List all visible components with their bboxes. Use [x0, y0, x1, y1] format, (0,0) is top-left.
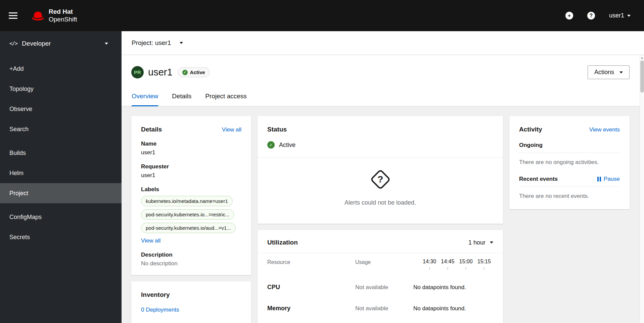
- description-value: No description: [141, 260, 241, 267]
- time-label: 15:15: [477, 259, 491, 265]
- label-chip[interactable]: pod-security.kubernetes.io...=restric...: [141, 209, 234, 220]
- resource-datapoints: No datapoints found.: [413, 291, 493, 312]
- sidebar-item-topology[interactable]: Topology: [0, 79, 122, 99]
- recent-events-empty-text: There are no recent events.: [519, 193, 620, 200]
- sidebar-item-label: Search: [9, 126, 29, 133]
- details-card: Details View all Name user1 Requester us…: [131, 116, 251, 275]
- nav-list: +Add Topology Observe Search Builds Helm…: [0, 56, 122, 247]
- scroll-up-icon[interactable]: ▲: [640, 55, 644, 59]
- time-tick: 14:30: [420, 253, 439, 270]
- menu-icon[interactable]: [9, 12, 17, 19]
- duration-value: 1 hour: [468, 239, 486, 246]
- view-events-link[interactable]: View events: [589, 126, 620, 133]
- sidebar-item-search[interactable]: Search: [0, 119, 122, 139]
- sidebar-item-add[interactable]: +Add: [0, 59, 122, 79]
- time-label: 14:45: [441, 259, 454, 265]
- sidebar-item-label: Topology: [9, 86, 34, 93]
- sidebar-item-label: Secrets: [9, 234, 30, 241]
- ongoing-label: Ongoing: [519, 142, 620, 149]
- sidebar-nav: </> Developer +Add Topology Observe Sear…: [0, 31, 122, 323]
- time-tick: 14:45: [439, 253, 457, 270]
- details-view-all-link[interactable]: View all: [222, 126, 241, 133]
- page-scroll-area: PR user1 ✓ Active Actions Overview: [122, 55, 644, 323]
- right-column: Activity View events Ongoing There are n…: [509, 116, 630, 209]
- label-chip[interactable]: kubernetes.io/metadata.name=user1: [141, 196, 233, 206]
- sidebar-item-label: +Add: [9, 65, 24, 72]
- help-icon[interactable]: ?: [587, 12, 595, 19]
- brand-line-1: Red Hat: [49, 8, 77, 15]
- sidebar-item-builds[interactable]: Builds: [0, 143, 122, 163]
- page-header: PR user1 ✓ Active Actions Overview: [122, 55, 644, 106]
- name-label: Name: [141, 141, 241, 147]
- tick-mark: [448, 267, 448, 270]
- left-column: Details View all Name user1 Requester us…: [131, 116, 251, 323]
- actions-button-label: Actions: [594, 69, 614, 76]
- sidebar-item-label: Observe: [9, 106, 32, 113]
- activity-card-title: Activity: [519, 126, 542, 133]
- status-card: Status ✓ Active ?: [258, 116, 503, 224]
- time-tick: 15:15: [475, 253, 493, 270]
- resource-name: Memory: [267, 291, 355, 312]
- sidebar-item-secrets[interactable]: Secrets: [0, 227, 122, 247]
- time-label: 14:30: [423, 259, 436, 265]
- sidebar-item-label: Builds: [9, 150, 26, 157]
- main-area: Project: user1 PR user1 ✓ Active Actions: [122, 31, 644, 323]
- unknown-state-icon: ?: [370, 169, 390, 190]
- sidebar-item-label: Helm: [9, 170, 24, 177]
- requester-value: user1: [141, 172, 241, 179]
- sidebar-item-observe[interactable]: Observe: [0, 99, 122, 119]
- inventory-card: Inventory 0 Deployments: [131, 281, 251, 323]
- code-icon: </>: [9, 41, 17, 47]
- col-usage: Usage: [355, 253, 420, 265]
- redhat-hat-icon: [31, 10, 45, 21]
- utilization-card: Utilization 1 hour Resource Usage 14:30: [258, 230, 503, 323]
- tab-project-access[interactable]: Project access: [205, 93, 247, 106]
- resource-name: CPU: [267, 270, 355, 291]
- pause-events-button[interactable]: Pause: [597, 176, 620, 182]
- deployments-link[interactable]: 0 Deployments: [141, 307, 179, 313]
- sidebar-item-project[interactable]: Project: [0, 183, 122, 203]
- sidebar-item-helm[interactable]: Helm: [0, 163, 122, 183]
- chevron-down-icon: [105, 43, 108, 45]
- sidebar-item-configmaps[interactable]: ConfigMaps: [0, 207, 122, 227]
- duration-dropdown[interactable]: 1 hour: [468, 239, 493, 246]
- details-card-title: Details: [141, 126, 162, 133]
- actions-button[interactable]: Actions: [588, 65, 630, 79]
- label-chip[interactable]: pod-security.kubernetes.io/aud...=v1...: [141, 223, 236, 233]
- status-badge: ✓ Active: [178, 67, 210, 77]
- scrollbar[interactable]: ▲: [640, 55, 644, 323]
- masthead: Red Hat OpenShift + ? user1: [0, 0, 644, 31]
- perspective-switcher[interactable]: </> Developer: [0, 31, 122, 56]
- tab-details[interactable]: Details: [172, 93, 191, 106]
- add-circle-icon[interactable]: +: [565, 12, 573, 19]
- resource-usage: Not available: [355, 291, 420, 312]
- user-menu[interactable]: user1: [609, 12, 631, 19]
- check-circle-icon: ✓: [267, 141, 275, 149]
- divider: [519, 186, 620, 187]
- overview-dashboard: Details View all Name user1 Requester us…: [122, 106, 644, 323]
- project-selector-label: Project: user1: [132, 39, 171, 47]
- pause-icon: [597, 177, 601, 181]
- resource-usage: Not available: [355, 270, 420, 291]
- alerts-empty-state: ? Alerts could not be loaded.: [267, 158, 493, 206]
- divider: [519, 153, 620, 153]
- question-glyph: ?: [377, 174, 383, 185]
- unknown-state-icon-wrap: ?: [373, 168, 388, 191]
- utilization-table: Resource Usage 14:30 14:45 15:00 15:15 C…: [258, 253, 503, 312]
- tab-overview[interactable]: Overview: [132, 93, 158, 106]
- nav-section-gap: [0, 203, 122, 207]
- labels-label: Labels: [141, 186, 241, 193]
- time-tick: 15:00: [457, 253, 475, 270]
- activity-card: Activity View events Ongoing There are n…: [509, 116, 630, 209]
- project-resource-icon: PR: [131, 66, 144, 78]
- scrollbar-thumb[interactable]: [640, 60, 644, 93]
- ongoing-empty-text: There are no ongoing activities.: [519, 159, 620, 166]
- tick-mark: [484, 267, 484, 270]
- labels-view-all-link[interactable]: View all: [141, 237, 160, 244]
- project-selector[interactable]: Project: user1: [122, 31, 644, 55]
- chevron-down-icon: [180, 42, 183, 44]
- recent-events-label: Recent events: [519, 176, 558, 182]
- status-badge-label: Active: [190, 69, 205, 75]
- sidebar-item-label: ConfigMaps: [9, 214, 42, 221]
- time-label: 15:00: [459, 259, 473, 265]
